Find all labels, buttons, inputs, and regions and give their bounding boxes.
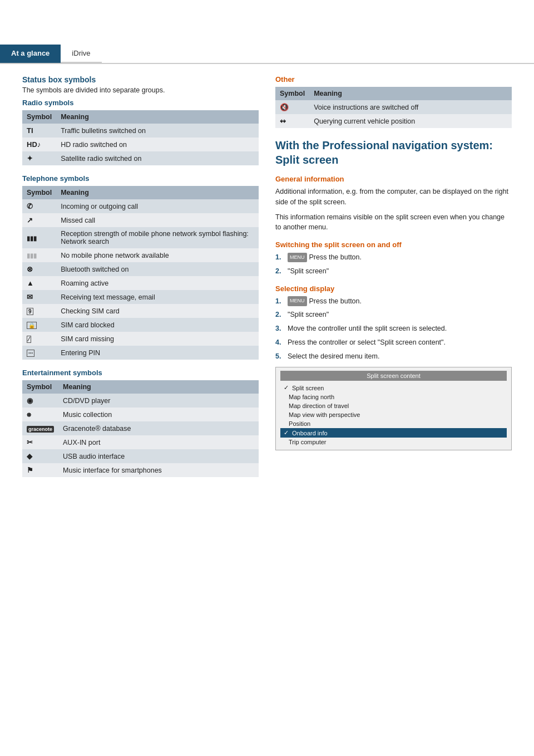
- meaning-cell: HD radio switched on: [56, 138, 259, 151]
- check-icon: [284, 394, 285, 400]
- symbol-cell: ···: [22, 346, 56, 360]
- split-screen-menu-items: ✓Split screen Map facing north Map direc…: [280, 383, 507, 446]
- meaning-cell: Roaming active: [56, 276, 259, 290]
- telephone-row: ▮▮▮Reception strength of mobile phone ne…: [22, 227, 259, 248]
- split-screen-menu-item[interactable]: Map view with perspective: [280, 410, 507, 419]
- menu-item-label: Split screen: [292, 385, 324, 391]
- meaning-cell: SIM card blocked: [56, 318, 259, 332]
- telephone-row: ▮▮▮No mobile phone network available: [22, 248, 259, 262]
- telephone-row: ⊗Bluetooth switched on: [22, 262, 259, 276]
- symbol-cell: ∕: [22, 332, 56, 346]
- general-info-text1: Additional information, e.g. from the co…: [275, 186, 512, 208]
- top-nav: At a glance iDrive: [0, 45, 534, 64]
- split-screen-menu-item[interactable]: Position: [280, 419, 507, 428]
- meaning-cell: AUX-IN port: [58, 435, 259, 449]
- menu-item-label: Trip computer: [289, 439, 326, 445]
- step-text: Select the desired menu item.: [288, 351, 379, 362]
- telephone-table: Symbol Meaning ✆Incoming or outgoing cal…: [22, 186, 259, 360]
- radio-col2: Meaning: [56, 110, 259, 124]
- status-box-title: Status box symbols: [22, 75, 259, 84]
- step-text: Press the controller or select "Split sc…: [288, 337, 446, 348]
- symbol-cell: gracenote: [22, 421, 58, 435]
- tab-at-a-glance[interactable]: At a glance: [0, 45, 61, 63]
- ent-col1: Symbol: [22, 380, 58, 394]
- right-column: Other Symbol Meaning 🔇Voice instructions…: [275, 75, 512, 486]
- switching-title: Switching the split screen on and off: [275, 240, 512, 249]
- symbol-cell: ⎈: [22, 408, 58, 421]
- split-screen-menu-item[interactable]: ✓Split screen: [280, 383, 507, 392]
- symbol-cell: 🔇: [275, 100, 309, 114]
- split-screen-header: Split screen content: [280, 371, 507, 381]
- step-text: Move the controller until the split scre…: [288, 323, 447, 334]
- meaning-cell: SIM card missing: [56, 332, 259, 346]
- symbol-cell: ⚑: [22, 463, 58, 477]
- step-number: 5.: [275, 351, 284, 362]
- meaning-cell: Music collection: [58, 408, 259, 421]
- general-info-text2: This information remains visible on the …: [275, 212, 512, 233]
- selecting-steps-list: 1.MENUPress the button.2."Split screen"3…: [275, 296, 512, 362]
- button-icon: MENU: [288, 253, 307, 263]
- menu-item-label: Position: [289, 420, 310, 427]
- telephone-row: 🔒SIM card blocked: [22, 318, 259, 332]
- step-text: MENUPress the button.: [288, 252, 362, 263]
- meaning-cell: Incoming or outgoing call: [56, 199, 259, 213]
- menu-item-label: Onboard info: [292, 430, 328, 436]
- radio-title: Radio symbols: [22, 99, 259, 107]
- split-screen-mockup: Split screen content ✓Split screen Map f…: [275, 367, 512, 450]
- telephone-row: ···Entering PIN: [22, 346, 259, 360]
- symbol-cell: ▮▮▮: [22, 227, 56, 248]
- symbol-cell: ⊗: [22, 262, 56, 276]
- left-column: Status box symbols The symbols are divid…: [22, 75, 259, 486]
- telephone-row: ✉Receiving text message, email: [22, 290, 259, 304]
- meaning-cell: No mobile phone network available: [56, 248, 259, 262]
- meaning-cell: Querying current vehicle position: [309, 114, 512, 128]
- main-content: Status box symbols The symbols are divid…: [0, 75, 534, 486]
- ent-col2: Meaning: [58, 380, 259, 394]
- meaning-cell: CD/DVD player: [58, 394, 259, 408]
- other-col2: Meaning: [309, 87, 512, 100]
- check-icon: ✓: [284, 429, 289, 436]
- entertainment-row: ⚑Music interface for smartphones: [22, 463, 259, 477]
- step-text: "Split screen": [288, 310, 329, 320]
- split-screen-menu-item[interactable]: Map direction of travel: [280, 401, 507, 410]
- split-screen-menu-item[interactable]: Trip computer: [280, 438, 507, 446]
- meaning-cell: Satellite radio switched on: [56, 151, 259, 165]
- radio-row: HD♪HD radio switched on: [22, 138, 259, 151]
- symbol-cell: ◆: [22, 449, 58, 463]
- tab-idrive[interactable]: iDrive: [61, 45, 101, 63]
- meaning-cell: Bluetooth switched on: [56, 262, 259, 276]
- other-row: 🔇Voice instructions are switched off: [275, 100, 512, 114]
- list-item: 1.MENUPress the button.: [275, 252, 512, 263]
- list-item: 1.MENUPress the button.: [275, 296, 512, 307]
- general-info-title: General information: [275, 175, 512, 183]
- meaning-cell: Voice instructions are switched off: [309, 100, 512, 114]
- status-box-subtitle: The symbols are divided into separate gr…: [22, 86, 259, 94]
- symbol-cell: ✆: [22, 199, 56, 213]
- step-number: 1.: [275, 296, 284, 307]
- list-item: 2."Split screen": [275, 310, 512, 320]
- entertainment-title: Entertainment symbols: [22, 369, 259, 377]
- check-icon: [284, 402, 285, 409]
- step-number: 2.: [275, 310, 284, 320]
- telephone-row: ∕SIM card missing: [22, 332, 259, 346]
- tel-col2: Meaning: [56, 186, 259, 199]
- menu-item-label: Map direction of travel: [289, 402, 349, 409]
- menu-item-label: Map facing north: [289, 394, 334, 400]
- radio-row: TITraffic bulletins switched on: [22, 124, 259, 138]
- split-screen-menu-item[interactable]: Map facing north: [280, 392, 507, 401]
- main-title-block: With the Professional navigation system:…: [275, 138, 512, 167]
- other-col1: Symbol: [275, 87, 309, 100]
- symbol-cell: ✉: [22, 290, 56, 304]
- split-screen-menu-item[interactable]: ✓Onboard info: [280, 428, 507, 438]
- check-icon: [284, 439, 285, 445]
- symbol-cell: ↗: [22, 213, 56, 227]
- tel-col1: Symbol: [22, 186, 56, 199]
- switching-steps-list: 1.MENUPress the button.2."Split screen": [275, 252, 512, 277]
- list-item: 5.Select the desired menu item.: [275, 351, 512, 362]
- symbol-cell: ✂: [22, 435, 58, 449]
- symbol-cell: TI: [22, 124, 56, 138]
- check-icon: [284, 411, 285, 418]
- radio-col1: Symbol: [22, 110, 56, 124]
- page-container: At a glance iDrive Status box symbols Th…: [0, 45, 534, 756]
- list-item: 4.Press the controller or select "Split …: [275, 337, 512, 348]
